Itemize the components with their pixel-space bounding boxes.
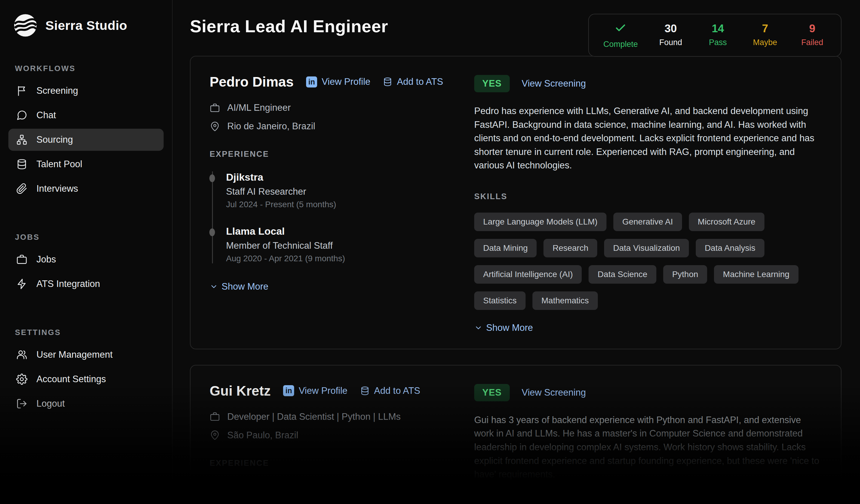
flag-icon	[16, 85, 27, 97]
view-profile-link[interactable]: in View Profile	[283, 385, 347, 396]
users-icon	[16, 349, 27, 360]
sidebar-item-interviews[interactable]: Interviews	[8, 178, 164, 200]
map-pin-icon	[210, 430, 220, 441]
skill-chip[interactable]: Artificial Intelligence (AI)	[474, 265, 582, 284]
sidebar-item-label: Jobs	[37, 254, 56, 265]
experience-dates: Jul 2024 - Present (5 months)	[226, 200, 446, 209]
sidebar-item-ats-integration[interactable]: ATS Integration	[8, 273, 164, 295]
experience-show-more-link[interactable]: Show More	[210, 281, 269, 292]
database-icon	[383, 77, 392, 87]
candidate-location-row: São Paulo, Brazil	[210, 430, 446, 441]
linkedin-icon: in	[306, 76, 317, 87]
zap-icon	[16, 278, 27, 290]
database-icon	[16, 159, 27, 170]
screening-stats-box: Complete 30 Found 14 Pass 7 Maybe 9 Fail…	[588, 14, 842, 57]
nav-section-settings: SETTINGS User Management Account Setting…	[0, 328, 172, 415]
stat-found-label: Found	[656, 38, 685, 47]
skill-chip[interactable]: Large Language Models (LLM)	[474, 213, 606, 231]
chat-bubble-icon	[16, 110, 27, 121]
section-label-jobs: JOBS	[0, 233, 172, 242]
stat-failed-value: 9	[798, 22, 827, 35]
sidebar-item-screening[interactable]: Screening	[8, 80, 164, 102]
sidebar-item-label: Logout	[37, 398, 65, 409]
view-screening-link[interactable]: View Screening	[522, 387, 586, 398]
sidebar-item-talent-pool[interactable]: Talent Pool	[8, 153, 164, 175]
view-screening-label: View Screening	[522, 387, 586, 398]
bottom-black-bar	[0, 482, 860, 504]
stat-failed: 9 Failed	[798, 22, 827, 49]
briefcase-icon	[210, 103, 220, 113]
candidate-card: Pedro Dimas in View Profile Add to ATS A…	[190, 56, 842, 349]
stat-found: 30 Found	[656, 22, 685, 49]
view-profile-label: View Profile	[299, 386, 347, 396]
screening-summary: Pedro has experience with LLMs, Generati…	[474, 104, 822, 172]
add-to-ats-link[interactable]: Add to ATS	[360, 386, 420, 396]
sidebar-item-sourcing[interactable]: Sourcing	[8, 129, 164, 151]
section-label-workflows: WORKFLOWS	[0, 64, 172, 73]
skill-chip[interactable]: Data Science	[589, 265, 656, 284]
skill-chip[interactable]: Research	[543, 239, 597, 257]
sidebar-item-label: ATS Integration	[37, 278, 100, 289]
sidebar-item-label: Talent Pool	[37, 159, 82, 170]
candidate-header: Gui Kretz in View Profile Add to ATS	[210, 383, 446, 399]
skill-chip[interactable]: Data Analysis	[696, 239, 764, 257]
sidebar: Sierra Studio WORKFLOWS Screening Chat S…	[0, 0, 173, 504]
logout-icon	[16, 398, 27, 409]
skill-chip[interactable]: Data Mining	[474, 239, 536, 257]
skills-list: Large Language Models (LLM) Generative A…	[474, 213, 822, 310]
add-to-ats-link[interactable]: Add to ATS	[383, 76, 443, 87]
candidate-card-left: Pedro Dimas in View Profile Add to ATS A…	[210, 74, 446, 333]
verdict-badge: YES	[474, 384, 510, 401]
nav-section-jobs: JOBS Jobs ATS Integration	[0, 233, 172, 295]
verdict-badge: YES	[474, 75, 510, 92]
app-window: Sierra Studio WORKFLOWS Screening Chat S…	[0, 0, 860, 504]
skill-chip[interactable]: Microsoft Azure	[689, 213, 764, 231]
briefcase-icon	[210, 412, 220, 422]
brand-name: Sierra Studio	[45, 18, 127, 33]
skill-chip[interactable]: Machine Learning	[714, 265, 799, 284]
sidebar-item-label: Sourcing	[37, 134, 73, 145]
check-icon	[603, 22, 638, 37]
sidebar-item-logout[interactable]: Logout	[8, 393, 164, 415]
experience-list: Djikstra Staff AI Researcher Jul 2024 - …	[212, 171, 446, 263]
candidate-header: Pedro Dimas in View Profile Add to ATS	[210, 74, 446, 90]
candidate-meta: AI/ML Engineer Rio de Janeiro, Brazil	[210, 102, 446, 132]
skills-label: SKILLS	[474, 192, 822, 201]
section-label-settings: SETTINGS	[0, 328, 172, 337]
add-to-ats-label: Add to ATS	[397, 76, 443, 87]
nav-section-workflows: WORKFLOWS Screening Chat Sourcing Talent…	[0, 64, 172, 200]
stat-pass: 14 Pass	[704, 22, 732, 49]
view-profile-link[interactable]: in View Profile	[306, 76, 370, 87]
sidebar-item-account-settings[interactable]: Account Settings	[8, 368, 164, 390]
sidebar-item-chat[interactable]: Chat	[8, 104, 164, 126]
database-icon	[360, 386, 370, 395]
skill-chip[interactable]: Statistics	[474, 291, 526, 310]
skill-chip[interactable]: Data Visualization	[604, 239, 689, 257]
brand: Sierra Studio	[0, 13, 172, 38]
experience-item: Llama Local Member of Technical Staff Au…	[213, 226, 446, 263]
view-screening-link[interactable]: View Screening	[522, 78, 586, 89]
chevron-down-icon	[474, 323, 483, 332]
skill-chip[interactable]: Python	[663, 265, 707, 284]
experience-dates: Aug 2020 - Apr 2021 (9 months)	[226, 254, 446, 263]
candidate-location: São Paulo, Brazil	[227, 430, 298, 441]
candidate-title-row: Developer | Data Scientist | Python | LL…	[210, 412, 446, 422]
view-screening-label: View Screening	[522, 78, 586, 89]
stat-maybe: 7 Maybe	[751, 22, 779, 49]
sidebar-item-label: Account Settings	[37, 374, 106, 385]
skill-chip[interactable]: Mathematics	[532, 291, 598, 310]
candidate-meta: Developer | Data Scientist | Python | LL…	[210, 412, 446, 441]
add-to-ats-label: Add to ATS	[374, 386, 420, 396]
sidebar-item-label: User Management	[37, 349, 113, 360]
sidebar-item-jobs[interactable]: Jobs	[8, 248, 164, 271]
sidebar-item-label: Interviews	[37, 183, 78, 194]
candidate-location-row: Rio de Janeiro, Brazil	[210, 121, 446, 132]
sidebar-item-user-management[interactable]: User Management	[8, 344, 164, 366]
sidebar-item-label: Screening	[37, 85, 78, 96]
skills-show-more-link[interactable]: Show More	[474, 322, 533, 333]
stat-failed-label: Failed	[798, 38, 827, 47]
stat-found-value: 30	[656, 22, 685, 35]
candidate-title: AI/ML Engineer	[227, 102, 291, 113]
skill-chip[interactable]: Generative AI	[613, 213, 682, 231]
experience-label: EXPERIENCE	[210, 149, 446, 159]
